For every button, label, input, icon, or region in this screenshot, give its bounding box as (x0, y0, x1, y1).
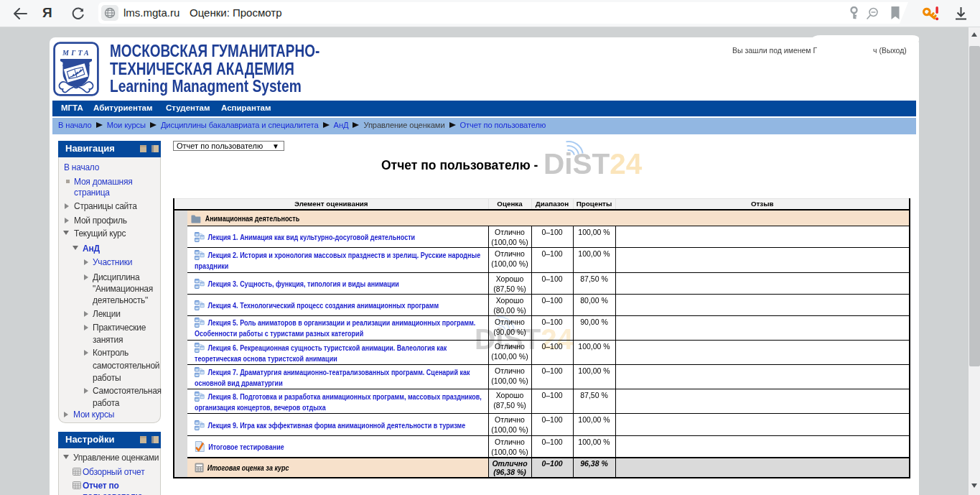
svg-text:МГТА: МГТА (62, 49, 91, 57)
svg-text:DiST24: DiST24 (543, 147, 643, 180)
